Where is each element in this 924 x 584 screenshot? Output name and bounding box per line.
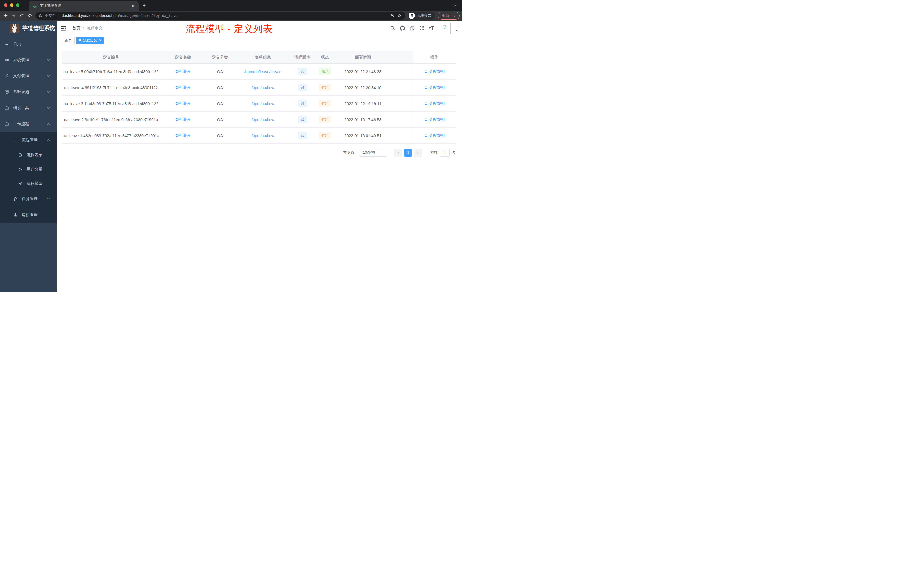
assign-rule-link[interactable]: 分配规则 [424, 101, 445, 106]
action-cell: 分配规则 [413, 128, 456, 144]
tag-close-icon[interactable]: × [99, 39, 101, 42]
table-row-4: oa_leave:1:482ec033-762a-11ec-8477-a2380… [62, 128, 456, 144]
table-header-row: 定义编号定义名称定义分类表单信息流程版本状态部署时间操作 [62, 51, 456, 64]
reload-button[interactable] [18, 12, 26, 20]
sidebar-item-dashboard-0[interactable]: 首页 [0, 36, 56, 52]
table-row-2: oa_leave:3:1fad3d93-7b75-11ec-a3c8-acde4… [62, 96, 456, 112]
form-info-link[interactable]: /bpm/oa/flow [251, 101, 274, 106]
sidebar-item-form-7[interactable]: 流程表单 [0, 148, 56, 162]
breadcrumb: 首页 / 流程定义 [72, 26, 102, 31]
tab-search-chevron-icon[interactable] [453, 3, 457, 7]
sidebar-item-toolbox-4[interactable]: 研发工具 [0, 100, 56, 116]
page-1-button[interactable]: 1 [404, 148, 412, 157]
pagination: 共 5 条 10条/页 ⌄ ‹ 1 › 前往 页 [62, 148, 456, 157]
sidebar-item-tree-list-6[interactable]: 流程管理 [0, 132, 56, 148]
toolbox-icon [5, 122, 9, 126]
sidebar: 芋道管理系统 首页系统管理支付管理基础设施研发工具工作流程流程管理流程表单用户分… [0, 21, 56, 292]
column-header-3: 表单信息 [234, 51, 291, 64]
sidebar-logo[interactable]: 芋道管理系统 [0, 21, 56, 36]
goto-page: 前往 页 [430, 148, 456, 157]
next-page-button[interactable]: › [414, 148, 422, 157]
header-spacer-cell [389, 51, 413, 64]
page-unit-label: 页 [452, 150, 456, 155]
window-close-button[interactable] [4, 3, 7, 7]
page-size-select[interactable]: 10条/页 ⌄ [359, 148, 387, 157]
assign-rule-link[interactable]: 分配规则 [424, 117, 445, 122]
password-key-icon[interactable] [389, 12, 396, 19]
assign-rule-link[interactable]: 分配规则 [424, 69, 445, 74]
browser-chrome: 芋道管理系统 ✕ + 不安全 dashboard.yudao.iocoder.c… [0, 0, 462, 21]
new-tab-button[interactable]: + [143, 3, 146, 9]
definition-name-link[interactable]: OA 请假 [175, 85, 190, 90]
form-info-link[interactable]: /bpm/oa/flow [251, 134, 274, 138]
sidebar-item-send-9[interactable]: 流程模型 [0, 177, 56, 191]
forward-button[interactable] [10, 12, 18, 20]
sidebar-item-monitor-3[interactable]: 基础设施 [0, 84, 56, 100]
status-cell: 激活 [313, 64, 337, 80]
user-avatar[interactable] [439, 23, 450, 34]
definition-name-link[interactable]: OA 请假 [175, 133, 190, 138]
definition-category-cell: OA [206, 112, 234, 128]
github-icon[interactable] [399, 25, 406, 32]
sidebar-item-yen-2[interactable]: 支付管理 [0, 68, 56, 84]
security-warning-icon[interactable] [38, 13, 43, 18]
prev-page-button[interactable]: ‹ [394, 148, 402, 157]
definition-name-link[interactable]: OA 请假 [175, 69, 190, 74]
sidebar-item-label: 流程表单 [26, 153, 43, 158]
form-icon [18, 153, 23, 157]
sidebar-item-label: 工作流程 [13, 121, 29, 127]
sidebar-item-gear-1[interactable]: 系统管理 [0, 52, 56, 68]
search-icon[interactable] [389, 25, 396, 32]
chevron-down-icon [47, 74, 50, 78]
version-cell: v1 [291, 128, 313, 144]
tab-close-icon[interactable]: ✕ [130, 4, 136, 8]
sidebar-item-people-8[interactable]: 用户分组 [0, 162, 56, 177]
tree-list-icon [13, 138, 18, 142]
window-minimize-button[interactable] [10, 3, 13, 7]
status-badge: 挂起 [319, 84, 332, 91]
incognito-badge: 无痕模式 [408, 12, 435, 20]
address-bar[interactable]: 不安全 dashboard.yudao.iocoder.cn/bpm/manag… [35, 12, 406, 20]
help-icon[interactable] [408, 25, 416, 32]
back-button[interactable] [2, 12, 10, 20]
action-cell: 分配规则 [413, 80, 456, 96]
status-cell: 挂起 [313, 96, 337, 112]
form-info-link[interactable]: /bpm/oa/flow [251, 117, 274, 122]
form-info-cell: /bpm/oa/flow [234, 128, 291, 144]
tag-chip-active[interactable]: 流程定义× [76, 37, 104, 44]
action-cell: 分配规则 [413, 64, 456, 80]
window-controls[interactable] [4, 3, 20, 7]
header-actions: ᴛT [389, 21, 458, 36]
version-tag: v1 [298, 132, 307, 139]
goto-page-input[interactable] [440, 148, 450, 157]
sidebar-collapse-icon[interactable] [60, 25, 66, 31]
spacer-cell [389, 128, 413, 144]
sidebar-item-user-11[interactable]: 请假查询 [0, 207, 56, 223]
update-button[interactable]: 更新 [438, 12, 460, 20]
breadcrumb-home[interactable]: 首页 [72, 26, 80, 31]
assign-rule-link[interactable]: 分配规则 [424, 133, 445, 138]
sidebar-item-label: 流程模型 [26, 181, 43, 186]
form-info-link[interactable]: /bpm/oa/leave/create [244, 69, 282, 74]
deploy-time-cell: 2022-01-16 01:40:51 [337, 128, 389, 144]
browser-menu-icon[interactable] [452, 13, 457, 18]
sidebar-item-toolbox-5[interactable]: 工作流程 [0, 116, 56, 132]
definition-name-link[interactable]: OA 请假 [175, 101, 190, 106]
url-text[interactable]: dashboard.yudao.iocoder.cn/bpm/manager/d… [62, 13, 389, 18]
bookmark-star-icon[interactable] [396, 12, 403, 19]
tag-chip-inactive[interactable]: 首页 [62, 37, 74, 44]
home-button[interactable] [26, 12, 34, 20]
sidebar-item-flow-10[interactable]: 任务管理 [0, 191, 56, 207]
window-zoom-button[interactable] [16, 3, 20, 7]
definition-name-link[interactable]: OA 请假 [175, 117, 190, 122]
fullscreen-icon[interactable] [418, 25, 426, 32]
user-menu-caret-icon[interactable] [455, 30, 458, 31]
assign-rule-link[interactable]: 分配规则 [424, 85, 445, 90]
font-size-icon[interactable]: ᴛT [428, 25, 435, 32]
definition-category-cell: OA [206, 80, 234, 96]
status-badge: 挂起 [319, 100, 332, 107]
assign-user-icon [424, 134, 428, 137]
browser-tab[interactable]: 芋道管理系统 ✕ [28, 1, 139, 11]
security-label[interactable]: 不安全 [45, 13, 56, 18]
form-info-link[interactable]: /bpm/oa/flow [251, 86, 274, 90]
